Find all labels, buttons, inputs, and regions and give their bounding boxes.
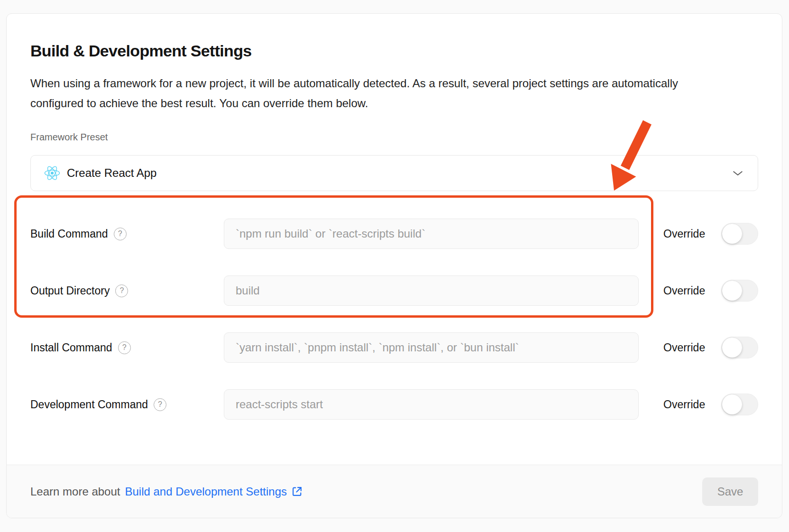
- framework-preset-label: Framework Preset: [30, 130, 758, 144]
- toggle-knob: [722, 394, 742, 414]
- output-directory-input: [224, 275, 639, 306]
- question-mark-icon[interactable]: ?: [118, 341, 131, 354]
- external-link-icon: [291, 486, 303, 497]
- development-command-row: Development Command ? Override: [30, 389, 758, 420]
- install-command-override-group: Override: [663, 337, 758, 358]
- learn-more-prefix: Learn more about: [30, 485, 120, 498]
- toggle-knob: [722, 224, 742, 244]
- development-command-label-group: Development Command ?: [30, 398, 224, 411]
- override-toggle[interactable]: [721, 394, 758, 415]
- settings-rows: Build Command ? Override Output Director…: [30, 219, 758, 420]
- build-settings-docs-link[interactable]: Build and Development Settings: [125, 485, 303, 498]
- question-mark-icon[interactable]: ?: [114, 228, 127, 240]
- install-command-input: [224, 332, 639, 363]
- build-command-override-group: Override: [663, 223, 758, 245]
- install-command-label-group: Install Command ?: [30, 341, 224, 354]
- override-toggle[interactable]: [721, 223, 758, 245]
- output-directory-override-group: Override: [663, 280, 758, 302]
- output-directory-label: Output Directory: [30, 284, 110, 297]
- toggle-knob: [722, 338, 742, 358]
- save-button[interactable]: Save: [702, 477, 758, 506]
- learn-more-text: Learn more about Build and Development S…: [30, 485, 303, 498]
- override-label: Override: [663, 228, 705, 240]
- development-command-label: Development Command: [30, 398, 148, 411]
- install-command-label: Install Command: [30, 341, 112, 354]
- development-command-override-group: Override: [663, 394, 758, 415]
- docs-link-label: Build and Development Settings: [125, 485, 287, 498]
- question-mark-icon[interactable]: ?: [115, 284, 128, 297]
- question-mark-icon[interactable]: ?: [154, 398, 166, 411]
- description-text: When using a framework for a new project…: [30, 73, 704, 113]
- chevron-down-icon: [731, 166, 744, 180]
- framework-preset-select[interactable]: Create React App: [30, 155, 758, 191]
- output-directory-row: Output Directory ? Override: [30, 275, 758, 306]
- build-command-input: [224, 219, 639, 249]
- output-directory-label-group: Output Directory ?: [30, 284, 224, 297]
- override-label: Override: [663, 284, 705, 297]
- install-command-row: Install Command ? Override: [30, 332, 758, 363]
- card-body: Build & Development Settings When using …: [7, 14, 782, 446]
- build-settings-card: Build & Development Settings When using …: [6, 13, 782, 518]
- override-label: Override: [663, 341, 705, 354]
- toggle-knob: [722, 281, 742, 301]
- build-command-label-group: Build Command ?: [30, 228, 224, 240]
- framework-preset-value: Create React App: [67, 166, 156, 180]
- page: Build & Development Settings When using …: [0, 0, 789, 532]
- override-label: Override: [663, 398, 705, 411]
- build-command-row: Build Command ? Override: [30, 219, 758, 249]
- build-command-label: Build Command: [30, 228, 108, 240]
- development-command-input: [224, 389, 639, 420]
- page-title: Build & Development Settings: [30, 40, 758, 61]
- react-logo-icon: [44, 165, 60, 181]
- override-toggle[interactable]: [721, 337, 758, 358]
- override-toggle[interactable]: [721, 280, 758, 302]
- card-footer: Learn more about Build and Development S…: [7, 465, 782, 518]
